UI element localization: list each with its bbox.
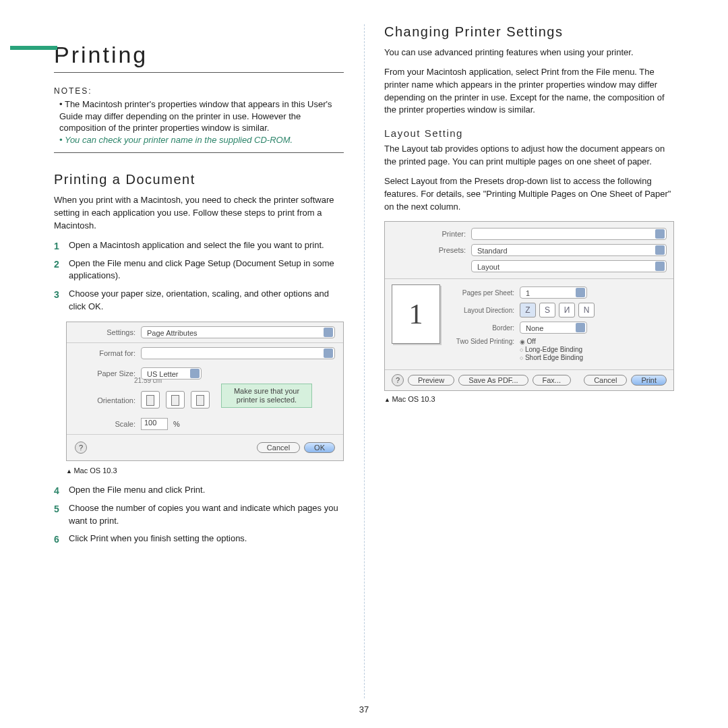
printer-select[interactable] bbox=[471, 228, 667, 240]
subsection-heading: Layout Setting bbox=[384, 127, 674, 139]
fax-button[interactable]: Fax... bbox=[533, 375, 572, 386]
layout-preview: 1 bbox=[392, 284, 440, 344]
cancel-button[interactable]: Cancel bbox=[257, 442, 300, 453]
orientation-landscape-button[interactable] bbox=[166, 391, 185, 408]
step-text: Open the File menu and click Page Setup … bbox=[69, 258, 334, 281]
note-item: The Macintosh printer's properties windo… bbox=[59, 98, 344, 134]
two-sided-short-radio[interactable]: Short Edge Binding bbox=[520, 354, 583, 361]
section-heading: Printing a Document bbox=[54, 172, 344, 187]
scale-input[interactable]: 100 bbox=[141, 418, 168, 430]
page-number: 37 bbox=[359, 704, 369, 715]
section-intro: When you print with a Macintosh, you nee… bbox=[54, 194, 344, 233]
steps-list-b: 4Open the File menu and click Print. 5Ch… bbox=[54, 484, 344, 545]
save-as-pdf-button[interactable]: Save As PDF... bbox=[458, 375, 528, 386]
print-button[interactable]: Print bbox=[631, 375, 667, 386]
direction-label: Layout Direction: bbox=[447, 307, 514, 314]
panel-select[interactable]: Layout bbox=[471, 260, 667, 272]
format-select[interactable] bbox=[141, 347, 335, 359]
orientation-label: Orientation: bbox=[75, 396, 135, 404]
pps-select[interactable]: 1 bbox=[520, 286, 587, 299]
paper-label: Paper Size: bbox=[75, 369, 135, 377]
section-heading: Changing Printer Settings bbox=[384, 24, 674, 40]
format-label: Format for: bbox=[75, 349, 135, 357]
print-dialog: Printer: Presets: Standard Layout 1 Page… bbox=[384, 221, 674, 391]
notes-list: The Macintosh printer's properties windo… bbox=[54, 98, 344, 153]
paragraph: From your Macintosh application, select … bbox=[384, 66, 674, 117]
right-column: Changing Printer Settings You can use ad… bbox=[364, 20, 694, 715]
border-label: Border: bbox=[447, 324, 514, 332]
step-text: Choose your paper size, orientation, sca… bbox=[69, 289, 329, 311]
presets-select[interactable]: Standard bbox=[471, 244, 667, 256]
scale-label: Scale: bbox=[75, 420, 135, 428]
layout-direction-2-button[interactable]: S bbox=[539, 303, 555, 317]
layout-direction-4-button[interactable]: N bbox=[578, 303, 595, 317]
step-text: Click Print when you finish setting the … bbox=[69, 533, 247, 543]
help-button[interactable]: ? bbox=[75, 442, 87, 454]
ok-button[interactable]: OK bbox=[304, 442, 335, 453]
paragraph: The Layout tab provides options to adjus… bbox=[384, 143, 674, 169]
settings-select[interactable]: Page Attributes bbox=[141, 326, 335, 338]
two-sided-off-radio[interactable]: Off bbox=[520, 338, 583, 345]
notes-label: NOTES: bbox=[54, 86, 344, 96]
help-button[interactable]: ? bbox=[392, 374, 404, 386]
printer-label: Printer: bbox=[392, 230, 466, 238]
two-sided-long-radio[interactable]: Long-Edge Binding bbox=[520, 346, 583, 353]
note-item: You can check your printer name in the s… bbox=[59, 134, 344, 146]
figure-caption: Mac OS 10.3 bbox=[384, 395, 674, 403]
step-text: Open the File menu and click Print. bbox=[69, 485, 205, 495]
step-text: Open a Macintosh application and select … bbox=[69, 240, 324, 250]
layout-direction-3-button[interactable]: И bbox=[559, 303, 575, 317]
accent-bar bbox=[10, 46, 57, 50]
figure-caption: Mac OS 10.3 bbox=[66, 466, 344, 475]
cancel-button[interactable]: Cancel bbox=[584, 375, 627, 386]
scale-unit: % bbox=[173, 420, 180, 428]
step-text: Choose the number of copies you want and… bbox=[69, 503, 338, 526]
orientation-portrait-button[interactable] bbox=[141, 391, 160, 408]
settings-label: Settings: bbox=[75, 328, 135, 336]
callout-box: Make sure that your printer is selected. bbox=[221, 384, 312, 408]
orientation-reverse-landscape-button[interactable] bbox=[191, 391, 210, 408]
page: Printing NOTES: The Macintosh printer's … bbox=[0, 0, 728, 728]
paragraph: You can use advanced printing features w… bbox=[384, 47, 674, 59]
page-setup-dialog: Settings: Page Attributes Format for: Pa… bbox=[66, 322, 344, 461]
presets-label: Presets: bbox=[392, 246, 466, 254]
left-column: Printing NOTES: The Macintosh printer's … bbox=[34, 20, 364, 715]
page-title: Printing bbox=[54, 42, 344, 73]
layout-direction-1-button[interactable]: Z bbox=[520, 303, 536, 317]
paper-select[interactable]: US Letter bbox=[141, 367, 202, 380]
border-select[interactable]: None bbox=[520, 322, 587, 334]
steps-list-a: 1Open a Macintosh application and select… bbox=[54, 239, 344, 313]
preview-button[interactable]: Preview bbox=[408, 375, 454, 386]
pps-label: Pages per Sheet: bbox=[447, 289, 514, 297]
paragraph: Select Layout from the Presets drop-down… bbox=[384, 175, 674, 214]
two-sided-label: Two Sided Printing: bbox=[447, 338, 514, 345]
